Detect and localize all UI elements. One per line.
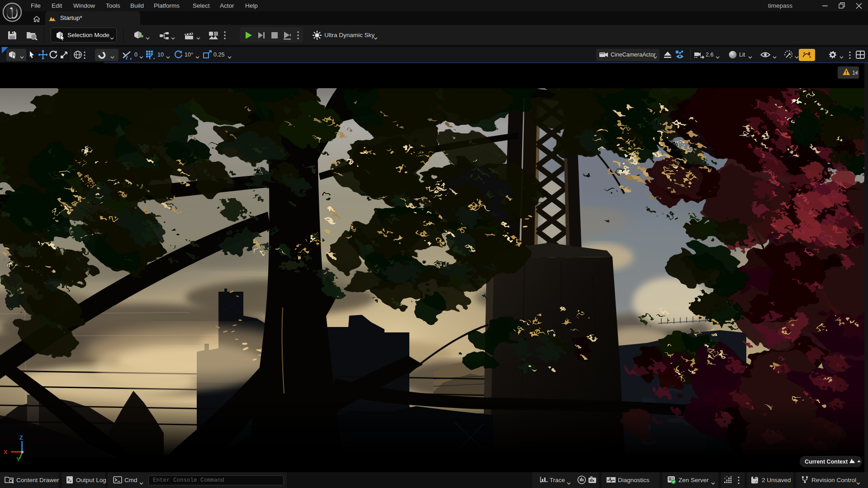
- svg-text:Current Context: Current Context: [805, 459, 848, 465]
- svg-text:X: X: [4, 449, 8, 455]
- svg-text:Y: Y: [16, 456, 20, 463]
- svg-text:Z: Z: [19, 434, 23, 441]
- svg-text:1: 1: [852, 69, 855, 76]
